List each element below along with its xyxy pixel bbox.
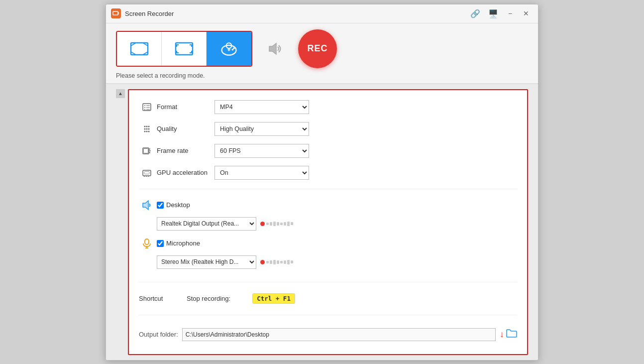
minimize-button[interactable]: − — [503, 8, 517, 19]
svg-point-23 — [146, 128, 148, 129]
svg-rect-34 — [144, 171, 149, 174]
scrollbar: ▲ — [116, 89, 125, 355]
shortcut-row: Shortcut Stop recording: Ctrl + F1 — [139, 290, 517, 307]
vol-bar-6 — [284, 222, 286, 226]
svg-marker-11 — [269, 43, 276, 54]
format-label: Format — [155, 103, 215, 111]
mic-vol-bar-6 — [284, 260, 286, 264]
settings-icon[interactable]: 🖥️ — [485, 8, 501, 19]
framerate-icon — [139, 143, 155, 159]
svg-point-24 — [148, 128, 150, 129]
hint-text: Please select a recording mode. — [116, 72, 205, 79]
vol-bar-3 — [273, 222, 276, 226]
svg-line-1 — [118, 12, 119, 13]
desktop-audio-label: Desktop — [166, 201, 190, 209]
quality-control: High Quality Medium Quality Low Quality — [215, 122, 517, 136]
desktop-volume-indicator — [260, 222, 293, 226]
framerate-select[interactable]: 60 FPS 30 FPS 25 FPS 15 FPS — [215, 144, 309, 158]
svg-point-27 — [148, 130, 150, 132]
shortcut-key-badge: Ctrl + F1 — [252, 293, 295, 304]
window-title: Screen Recorder — [125, 10, 467, 17]
vol-bar-8 — [291, 222, 293, 225]
microphone-icon — [139, 236, 155, 251]
gpu-select[interactable]: On Off — [215, 166, 309, 180]
desktop-device-select[interactable]: Realtek Digital Output (Rea... — [157, 217, 256, 231]
framerate-control: 60 FPS 30 FPS 25 FPS 15 FPS — [215, 144, 517, 158]
microphone-checkbox-area: Microphone — [157, 240, 200, 247]
mode-btn-fullscreen[interactable] — [162, 32, 207, 66]
pin-icon[interactable]: 🔗 — [467, 8, 483, 19]
svg-rect-39 — [145, 239, 149, 244]
close-button[interactable]: ✕ — [519, 8, 533, 19]
desktop-device-row: Realtek Digital Output (Rea... — [157, 217, 517, 231]
svg-point-13 — [144, 105, 145, 106]
video-settings-section: Format MP4 AVI MOV WMV FLV — [139, 99, 517, 189]
settings-panel: Format MP4 AVI MOV WMV FLV — [128, 89, 528, 355]
output-row: Output folder: C:\Users\Administrator\De… — [139, 323, 517, 343]
framerate-row: Frame rate 60 FPS 30 FPS 25 FPS 15 FPS — [139, 143, 517, 159]
framerate-label: Frame rate — [155, 147, 215, 154]
toolbar-area: REC Please select a recording mode. — [106, 23, 538, 84]
app-icon — [111, 8, 121, 18]
microphone-checkbox[interactable] — [157, 240, 164, 247]
app-window: Screen Recorder 🔗 🖥️ − ✕ — [106, 4, 538, 361]
vol-bar-4 — [277, 222, 279, 226]
output-section: Output folder: C:\Users\Administrator\De… — [139, 323, 517, 345]
vol-bar-1 — [266, 223, 269, 225]
shortcut-label: Shortcut — [139, 295, 179, 302]
svg-line-30 — [149, 149, 150, 149]
mode-btn-region[interactable] — [117, 32, 162, 66]
vol-bar-7 — [287, 222, 290, 226]
svg-point-22 — [144, 128, 146, 129]
audio-section: Desktop Realtek Digital Output (Rea... — [139, 197, 517, 282]
mic-vol-bar-7 — [287, 260, 290, 264]
svg-point-26 — [146, 130, 148, 132]
desktop-checkbox[interactable] — [157, 202, 164, 209]
desktop-vol-bars — [266, 222, 293, 226]
gpu-label: GPU acceleration — [155, 169, 215, 176]
folder-browse-button[interactable] — [506, 329, 517, 340]
svg-rect-0 — [113, 11, 118, 15]
svg-line-2 — [118, 13, 119, 14]
rec-button[interactable]: REC — [298, 29, 337, 68]
mic-device-row: Stereo Mix (Realtek High D... — [157, 255, 517, 269]
svg-rect-33 — [143, 170, 151, 176]
microphone-row: Microphone — [139, 236, 517, 251]
toolbar-row: REC — [106, 29, 538, 68]
title-bar-controls: 🔗 🖥️ − ✕ — [467, 8, 533, 19]
format-icon — [139, 99, 155, 115]
quality-icon — [139, 121, 155, 137]
mic-vol-bar-5 — [280, 261, 283, 263]
audio-toggle-button[interactable] — [257, 32, 291, 66]
output-path-display: C:\Users\Administrator\Desktop — [182, 328, 496, 341]
gpu-icon — [139, 165, 155, 181]
svg-point-17 — [144, 109, 145, 110]
mic-vol-bar-4 — [277, 260, 279, 264]
mic-volume-indicator — [260, 260, 293, 264]
vol-bar-5 — [280, 223, 283, 225]
microphone-label: Microphone — [166, 240, 200, 247]
mic-device-select[interactable]: Stereo Mix (Realtek High D... — [157, 255, 256, 269]
download-arrow-icon[interactable]: ↓ — [500, 329, 504, 340]
svg-point-10 — [233, 47, 235, 49]
output-label: Output folder: — [139, 331, 178, 338]
svg-point-25 — [144, 130, 146, 132]
mic-vol-bars — [266, 260, 293, 264]
desktop-vol-dot — [260, 222, 265, 226]
mode-buttons-group — [116, 31, 252, 67]
quality-select[interactable]: High Quality Medium Quality Low Quality — [215, 122, 309, 136]
svg-line-32 — [149, 152, 150, 153]
svg-point-9 — [231, 49, 233, 51]
format-control: MP4 AVI MOV WMV FLV — [215, 100, 517, 114]
desktop-audio-icon — [139, 197, 155, 213]
format-select[interactable]: MP4 AVI MOV WMV FLV — [215, 100, 309, 114]
hint-bar: Please select a recording mode. — [106, 68, 538, 84]
scroll-up-arrow[interactable]: ▲ — [116, 89, 125, 98]
svg-point-20 — [146, 125, 148, 127]
mode-btn-game[interactable] — [207, 32, 251, 66]
quality-row: Quality High Quality Medium Quality Low … — [139, 121, 517, 137]
svg-rect-29 — [144, 148, 148, 153]
vol-bar-2 — [270, 222, 272, 226]
gpu-row: GPU acceleration On Off — [139, 165, 517, 181]
shortcut-section: Shortcut Stop recording: Ctrl + F1 — [139, 290, 517, 315]
